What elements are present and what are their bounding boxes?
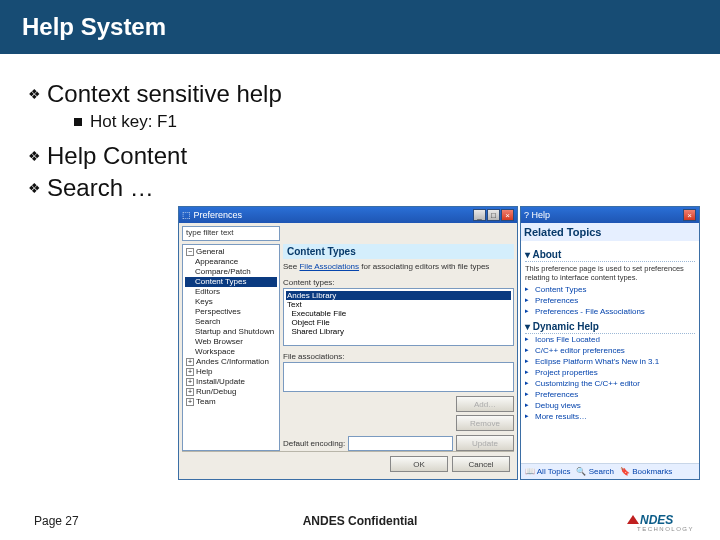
bullet-hotkey: Hot key: F1 xyxy=(74,112,692,132)
preferences-titlebar[interactable]: ⬚ Preferences _ □ × xyxy=(179,207,517,223)
dynamic-help-section: ▾ Dynamic Help xyxy=(525,320,695,334)
help-link[interactable]: Preferences xyxy=(525,389,695,400)
tree-team[interactable]: +Team xyxy=(185,397,277,407)
screenshot-area: ⬚ Preferences _ □ × type filter text −Ge… xyxy=(178,206,702,480)
help-link[interactable]: More results… xyxy=(525,411,695,422)
andes-logo: NDES TECHNOLOGY xyxy=(627,513,694,532)
slide-footer: Page 27 ANDES Confidential xyxy=(0,514,720,528)
bullet-context-help: ❖Context sensitive help xyxy=(28,80,692,108)
expand-icon[interactable]: + xyxy=(186,358,194,366)
slide-body: ❖Context sensitive help Hot key: F1 ❖Hel… xyxy=(0,54,720,202)
expand-icon[interactable]: + xyxy=(186,368,194,376)
tree-andes[interactable]: +Andes C/Information xyxy=(185,357,277,367)
list-item[interactable]: Text xyxy=(286,300,511,309)
help-window: ? Help × Related Topics ▾ About This pre… xyxy=(520,206,700,480)
diamond-icon: ❖ xyxy=(28,148,41,164)
expand-icon[interactable]: + xyxy=(186,398,194,406)
list-item[interactable]: Executable File xyxy=(286,309,511,318)
diamond-icon: ❖ xyxy=(28,180,41,196)
close-button[interactable]: × xyxy=(683,209,696,221)
remove-button[interactable]: Remove xyxy=(456,415,514,431)
tree-editors[interactable]: Editors xyxy=(185,287,277,297)
tree-appearance[interactable]: Appearance xyxy=(185,257,277,267)
bookmarks-link[interactable]: 🔖 Bookmarks xyxy=(620,467,672,476)
tree-workspace[interactable]: Workspace xyxy=(185,347,277,357)
panel-desc: See File Associations for associating ed… xyxy=(283,262,514,271)
help-link[interactable]: Preferences - File Associations xyxy=(525,306,695,317)
list-item[interactable]: Object File xyxy=(286,318,511,327)
tree-general[interactable]: −General xyxy=(185,247,277,257)
bullet-help-content: ❖Help Content xyxy=(28,142,692,170)
tree-startup[interactable]: Startup and Shutdown xyxy=(185,327,277,337)
panel-heading: Content Types xyxy=(283,244,514,259)
collapse-icon[interactable]: − xyxy=(186,248,194,256)
close-button[interactable]: × xyxy=(501,209,514,221)
add-button[interactable]: Add… xyxy=(456,396,514,412)
search-link[interactable]: 🔍 Search xyxy=(576,467,614,476)
help-link[interactable]: C/C++ editor preferences xyxy=(525,345,695,356)
content-types-panel: Content Types See File Associations for … xyxy=(283,244,514,451)
encoding-field[interactable] xyxy=(348,436,453,451)
preferences-tree[interactable]: −General Appearance Compare/Patch Conten… xyxy=(182,244,280,451)
minimize-button[interactable]: _ xyxy=(473,209,486,221)
about-section: ▾ About xyxy=(525,248,695,262)
tree-help[interactable]: +Help xyxy=(185,367,277,377)
ok-button[interactable]: OK xyxy=(390,456,448,472)
related-topics-heading: Related Topics xyxy=(521,223,699,241)
square-icon xyxy=(74,118,82,126)
help-link[interactable]: Debug views xyxy=(525,400,695,411)
help-link[interactable]: Preferences xyxy=(525,295,695,306)
tree-content-types[interactable]: Content Types xyxy=(185,277,277,287)
cancel-button[interactable]: Cancel xyxy=(452,456,510,472)
tree-search[interactable]: Search xyxy=(185,317,277,327)
about-text: This preference page is used to set pref… xyxy=(525,264,695,282)
bullet-search: ❖Search … xyxy=(28,174,692,202)
logo-triangle-icon xyxy=(627,515,639,524)
app-icon: ⬚ xyxy=(182,210,191,220)
list-item[interactable]: Shared Library xyxy=(286,327,511,336)
help-link[interactable]: Content Types xyxy=(525,284,695,295)
diamond-icon: ❖ xyxy=(28,86,41,102)
help-icon: ? xyxy=(524,210,529,220)
tree-webbrowser[interactable]: Web Browser xyxy=(185,337,277,347)
content-types-list[interactable]: Andes Library Text Executable File Objec… xyxy=(283,288,514,346)
maximize-button[interactable]: □ xyxy=(487,209,500,221)
tree-compare[interactable]: Compare/Patch xyxy=(185,267,277,277)
expand-icon[interactable]: + xyxy=(186,388,194,396)
all-topics-link[interactable]: 📖 All Topics xyxy=(525,467,570,476)
expand-icon[interactable]: + xyxy=(186,378,194,386)
help-titlebar[interactable]: ? Help × xyxy=(521,207,699,223)
help-link[interactable]: Customizing the C/C++ editor xyxy=(525,378,695,389)
filter-input[interactable]: type filter text xyxy=(182,226,280,241)
dialog-buttons: OK Cancel xyxy=(182,451,514,476)
tree-install[interactable]: +Install/Update xyxy=(185,377,277,387)
update-button[interactable]: Update xyxy=(456,435,514,451)
help-footer: 📖 All Topics 🔍 Search 🔖 Bookmarks xyxy=(521,463,699,479)
tree-keys[interactable]: Keys xyxy=(185,297,277,307)
tree-rundebug[interactable]: +Run/Debug xyxy=(185,387,277,397)
confidential-label: ANDES Confidential xyxy=(0,514,720,528)
file-assoc-label: File associations: xyxy=(283,352,514,361)
help-link[interactable]: Eclipse Platform What's New in 3.1 xyxy=(525,356,695,367)
file-assoc-list[interactable] xyxy=(283,362,514,392)
file-assoc-link[interactable]: File Associations xyxy=(299,262,359,271)
help-link[interactable]: Icons File Located xyxy=(525,334,695,345)
help-link[interactable]: Project properties xyxy=(525,367,695,378)
tree-perspectives[interactable]: Perspectives xyxy=(185,307,277,317)
list-item[interactable]: Andes Library xyxy=(286,291,511,300)
preferences-window: ⬚ Preferences _ □ × type filter text −Ge… xyxy=(178,206,518,480)
content-types-label: Content types: xyxy=(283,278,514,287)
default-encoding-label: Default encoding: xyxy=(283,439,345,448)
slide-title: Help System xyxy=(0,0,720,54)
